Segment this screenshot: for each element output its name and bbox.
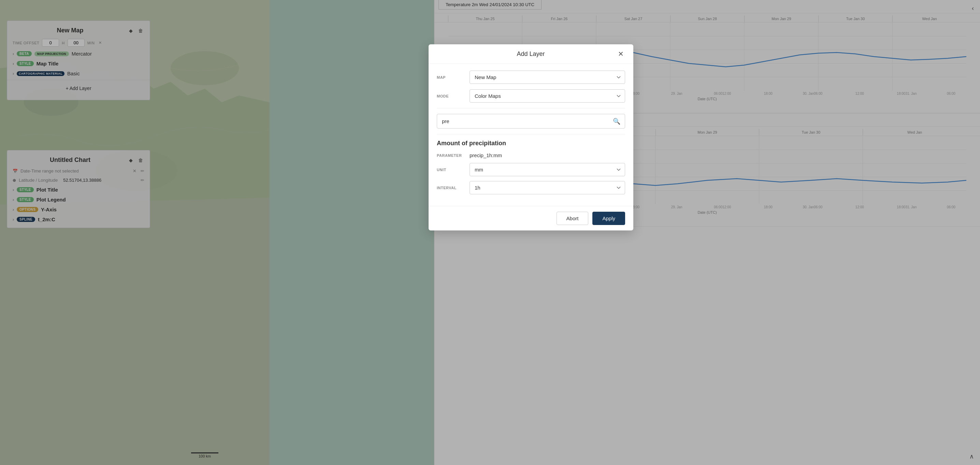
- parameter-value: precip_1h:mm: [469, 152, 625, 158]
- interval-label: INTERVAL: [437, 186, 464, 190]
- modal-divider-2: [437, 134, 625, 134]
- modal-footer: Abort Apply: [429, 206, 633, 230]
- mode-form-label: MODE: [437, 94, 464, 98]
- search-input[interactable]: [437, 114, 625, 129]
- modal-title: Add Layer: [445, 51, 617, 58]
- interval-select[interactable]: 1h: [469, 181, 625, 194]
- search-icon[interactable]: 🔍: [613, 117, 620, 125]
- parameter-row: PARAMETER precip_1h:mm: [437, 152, 625, 158]
- mode-form-row: MODE Color Maps: [437, 89, 625, 103]
- unit-label: UNIT: [437, 168, 464, 172]
- abort-button[interactable]: Abort: [557, 212, 589, 225]
- mode-select[interactable]: Color Maps: [469, 89, 625, 103]
- map-form-row: MAP New Map: [437, 71, 625, 84]
- interval-row: INTERVAL 1h: [437, 181, 625, 194]
- modal-body: MAP New Map MODE Color Maps 🔍 Amount: [429, 64, 633, 206]
- unit-select[interactable]: mm: [469, 163, 625, 176]
- parameter-label: PARAMETER: [437, 153, 464, 157]
- apply-button[interactable]: Apply: [592, 212, 625, 225]
- result-title: Amount of precipitation: [437, 140, 625, 147]
- modal-close-btn[interactable]: ✕: [617, 50, 625, 58]
- unit-row: UNIT mm: [437, 163, 625, 176]
- add-layer-modal: Add Layer ✕ MAP New Map MODE Color Maps: [429, 44, 633, 230]
- modal-divider-1: [437, 108, 625, 108]
- search-container: 🔍: [437, 114, 625, 129]
- map-select[interactable]: New Map: [469, 71, 625, 84]
- map-form-label: MAP: [437, 75, 464, 79]
- modal-header: Add Layer ✕: [429, 44, 633, 64]
- modal-overlay[interactable]: Add Layer ✕ MAP New Map MODE Color Maps: [0, 0, 980, 465]
